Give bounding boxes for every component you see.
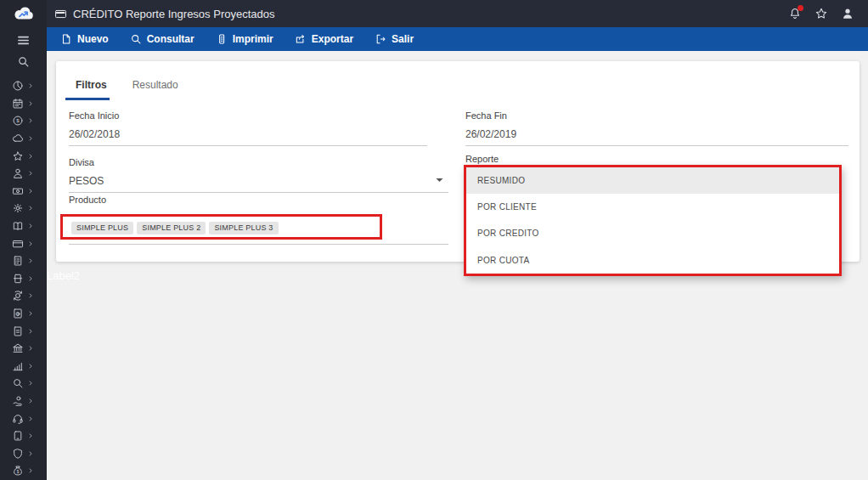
user-icon[interactable]: [841, 7, 854, 20]
toolbar-button-nuevo[interactable]: Nuevo: [60, 33, 109, 45]
sidebar-search-button[interactable]: [0, 55, 47, 68]
menu-toggle-button[interactable]: [0, 33, 47, 48]
toolbar-button-exportar[interactable]: Exportar: [295, 33, 353, 45]
app-logo: [0, 0, 47, 27]
tab-bar: FiltrosResultado: [76, 79, 178, 91]
sidebar-item-shield[interactable]: [0, 444, 47, 462]
banknote-icon: [12, 185, 24, 197]
divisa-select[interactable]: Divisa PESOS: [69, 157, 448, 193]
producto-field: Producto: [69, 195, 106, 206]
toolbar-button-label: Imprimir: [233, 33, 273, 45]
chevron-right-icon: [28, 293, 33, 298]
sidebar-item-bank[interactable]: [0, 340, 47, 358]
sidebar-item-headset[interactable]: [0, 409, 47, 427]
search-icon: [17, 55, 30, 68]
fecha-inicio-value[interactable]: 26/02/2018: [69, 128, 427, 140]
notifications-icon[interactable]: [788, 7, 802, 20]
menu-icon: [16, 33, 31, 48]
shield-icon: [12, 448, 24, 460]
hand-coin-icon: [12, 395, 24, 407]
credit-card-icon: [12, 238, 24, 250]
sidebar-item-tablet[interactable]: [0, 427, 47, 445]
sidebar-item-document[interactable]: [0, 322, 47, 340]
chevron-right-icon: [28, 346, 33, 351]
favorites-icon[interactable]: [814, 7, 828, 20]
chevron-right-icon: [28, 101, 33, 106]
chevron-right-icon: [28, 83, 33, 88]
sidebar-item-hand-coin[interactable]: [0, 392, 47, 410]
reporte-option[interactable]: POR CUOTA: [466, 247, 839, 274]
sidebar-item-search[interactable]: [0, 375, 47, 392]
chevron-right-icon: [28, 223, 33, 229]
producto-chip[interactable]: SIMPLE PLUS 3: [209, 222, 278, 234]
producto-label: Producto: [69, 195, 106, 206]
reporte-option[interactable]: RESUMIDO: [466, 167, 839, 194]
svg-text:$: $: [16, 118, 20, 124]
printer-icon: [12, 273, 24, 285]
svg-text:$: $: [17, 471, 20, 475]
gear-icon: [12, 202, 24, 214]
sidebar-item-banknote[interactable]: [0, 183, 47, 200]
sidebar-item-cloud[interactable]: [0, 130, 47, 148]
toolbar-button-label: Nuevo: [77, 33, 109, 45]
chevron-right-icon: [28, 154, 33, 159]
chevron-right-icon: [28, 136, 33, 141]
sidebar-item-currency-exchange[interactable]: [0, 287, 47, 305]
tab-filtros[interactable]: Filtros: [76, 79, 107, 91]
chevron-right-icon: [28, 451, 33, 456]
divisa-value[interactable]: PESOS: [69, 175, 448, 187]
divisa-label: Divisa: [69, 157, 448, 168]
chevron-right-icon: [28, 118, 33, 123]
reporte-dropdown: RESUMIDOPOR CLIENTEPOR CREDITOPOR CUOTA: [464, 165, 842, 276]
bank-icon: [12, 342, 24, 354]
fecha-fin-field[interactable]: Fecha Fin 26/02/2019: [465, 110, 848, 146]
sidebar-item-star[interactable]: [0, 147, 47, 165]
active-tab-underline: [65, 98, 110, 100]
sidebar-item-book[interactable]: [0, 217, 47, 235]
export-icon: [295, 33, 307, 45]
document-checklist-icon: [12, 255, 24, 267]
print-icon: [216, 33, 228, 45]
chevron-right-icon: [28, 311, 33, 316]
sidebar-item-printer[interactable]: [0, 270, 47, 288]
reporte-option[interactable]: POR CREDITO: [466, 220, 839, 246]
sidebar-item-invoice-dollar[interactable]: $: [0, 305, 47, 323]
chevron-down-icon[interactable]: [436, 178, 443, 183]
chevron-right-icon: [28, 276, 33, 281]
sidebar-item-credit-card[interactable]: [0, 234, 47, 252]
sidebar-item-calendar[interactable]: [0, 95, 47, 113]
money-bag-icon: $: [12, 465, 24, 477]
coin-dollar-icon: $: [12, 115, 24, 127]
notification-badge: [798, 5, 803, 11]
reporte-label: Reporte: [465, 154, 499, 164]
sidebar-item-pie-chart[interactable]: [0, 77, 47, 95]
cloud-icon: [12, 133, 24, 144]
chevron-right-icon: [28, 364, 33, 369]
sidebar-item-person[interactable]: [0, 165, 47, 183]
toolbar-button-salir[interactable]: Salir: [375, 33, 414, 45]
tab-resultado[interactable]: Resultado: [132, 79, 178, 91]
sidebar-item-bar-chart[interactable]: [0, 358, 47, 376]
chevron-right-icon: [28, 381, 33, 386]
sidebar-item-gear[interactable]: [0, 200, 47, 217]
fecha-fin-value[interactable]: 26/02/2019: [465, 128, 848, 140]
new-document-icon: [60, 33, 72, 45]
actions-toolbar: NuevoConsultarImprimirExportarSalir: [47, 27, 868, 51]
toolbar-button-label: Exportar: [312, 33, 353, 45]
toolbar-button-imprimir[interactable]: Imprimir: [216, 33, 273, 45]
chevron-right-icon: [28, 416, 33, 421]
document-icon: [12, 325, 24, 337]
fecha-inicio-field[interactable]: Fecha Inicio 26/02/2018: [69, 110, 427, 146]
producto-chip[interactable]: SIMPLE PLUS 2: [137, 222, 206, 234]
invoice-dollar-icon: $: [12, 308, 24, 319]
producto-chip[interactable]: SIMPLE PLUS: [71, 222, 133, 234]
sidebar-item-money-bag[interactable]: $: [0, 462, 47, 480]
sidebar-item-coin-dollar[interactable]: $: [0, 112, 47, 130]
toolbar-button-consultar[interactable]: Consultar: [130, 33, 194, 45]
sidebar-item-document-checklist[interactable]: [0, 252, 47, 270]
chevron-right-icon: [28, 171, 33, 176]
tablet-icon: [12, 430, 24, 442]
reporte-option[interactable]: POR CLIENTE: [466, 194, 839, 220]
left-sidebar: $$$: [0, 27, 47, 480]
search-icon: [130, 33, 142, 45]
